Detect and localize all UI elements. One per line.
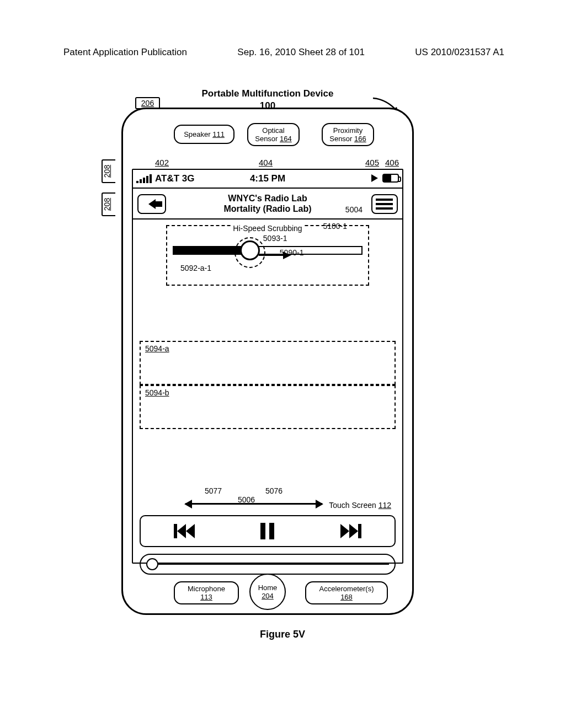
ref-402: 402 xyxy=(155,158,169,167)
ref-5094-b: 5094-b xyxy=(144,388,170,397)
figure-caption: Figure 5V xyxy=(0,629,565,640)
ref-208-tab-b: 208 xyxy=(102,192,115,216)
status-bar: AT&T 3G 4:15 PM xyxy=(133,170,402,188)
transport-controls xyxy=(140,515,396,547)
battery-icon xyxy=(382,174,399,183)
signal-bars-icon xyxy=(136,174,152,183)
nav-header: WNYC's Radio Lab Mortality (Radio Lab) 5… xyxy=(133,188,402,220)
ref-5004: 5004 xyxy=(345,205,363,214)
progress-thumb[interactable] xyxy=(240,240,260,260)
ref-406: 406 xyxy=(385,158,399,167)
volume-track xyxy=(157,564,389,565)
progress-bar[interactable] xyxy=(173,246,363,255)
clock: 4:15 PM xyxy=(250,173,285,184)
back-arrow-icon xyxy=(148,199,156,209)
skip-back-button[interactable] xyxy=(174,524,195,538)
ref-5093-1: 5093-1 xyxy=(263,234,287,243)
track-subtitle: Mortality (Radio Lab) xyxy=(223,204,311,214)
track-title: WNYC's Radio Lab xyxy=(223,193,311,204)
touch-screen[interactable]: AT&T 3G 4:15 PM WNYC's Radio Lab Mortali… xyxy=(132,169,403,564)
list-icon xyxy=(376,199,393,201)
accelerometer-label: Accelerometer(s)168 xyxy=(305,581,388,604)
skip-back-icon xyxy=(177,524,186,538)
volume-slider[interactable] xyxy=(140,554,396,575)
bottom-components-row: Microphone113 Home 204 Accelerometer(s)1… xyxy=(123,574,412,604)
header-left: Patent Application Publication xyxy=(63,47,187,58)
pause-button[interactable] xyxy=(260,523,274,539)
ref-208-tab-a: 208 xyxy=(102,159,115,183)
ref-5094-a: 5094-a xyxy=(144,344,170,353)
ref-5100-1: 5100-1 xyxy=(323,222,347,231)
skip-forward-icon xyxy=(340,524,349,538)
now-playing-titles: WNYC's Radio Lab Mortality (Radio Lab) xyxy=(223,193,311,214)
carrier-label: AT&T 3G xyxy=(155,173,194,184)
tracklist-button[interactable] xyxy=(371,194,398,214)
region-5094-b: 5094-b xyxy=(140,385,396,429)
microphone-label: Microphone113 xyxy=(174,581,239,604)
touch-screen-label: Touch Screen 112 xyxy=(329,501,391,510)
now-playing-icon xyxy=(371,174,378,182)
volume-thumb[interactable] xyxy=(146,558,158,570)
ref-5092-a-1: 5092-a-1 xyxy=(180,264,211,272)
page-header: Patent Application Publication Sep. 16, … xyxy=(0,47,565,58)
proximity-sensor-label: Proximity Sensor 166 xyxy=(322,123,374,146)
pause-icon xyxy=(260,523,265,539)
ref-404: 404 xyxy=(259,158,273,167)
scrub-region: Hi-Speed Scrubbing 5100-1 5093-1 5090-1 … xyxy=(166,225,369,291)
ref-5076: 5076 xyxy=(265,486,282,495)
skip-forward-button[interactable] xyxy=(340,524,361,538)
bidirectional-arrow-icon xyxy=(185,503,322,505)
optical-sensor-label: Optical Sensor 164 xyxy=(247,123,300,146)
home-button[interactable]: Home 204 xyxy=(249,574,286,610)
ref-405: 405 xyxy=(365,158,379,167)
scrub-rate-label: Hi-Speed Scrubbing xyxy=(231,224,304,233)
region-5094-a: 5094-a xyxy=(140,341,396,385)
ref-5090-1: 5090-1 xyxy=(280,248,304,257)
speaker-label: Speaker 111 xyxy=(174,125,234,144)
back-button[interactable] xyxy=(137,194,166,214)
home-ref: 204 xyxy=(262,592,274,600)
device-body: Speaker 111 Optical Sensor 164 Proximity… xyxy=(121,108,414,615)
home-label: Home xyxy=(258,584,278,592)
ref-5077: 5077 xyxy=(205,486,222,495)
header-right: US 2010/0231537 A1 xyxy=(415,47,504,58)
header-center: Sep. 16, 2010 Sheet 28 of 101 xyxy=(237,47,365,58)
